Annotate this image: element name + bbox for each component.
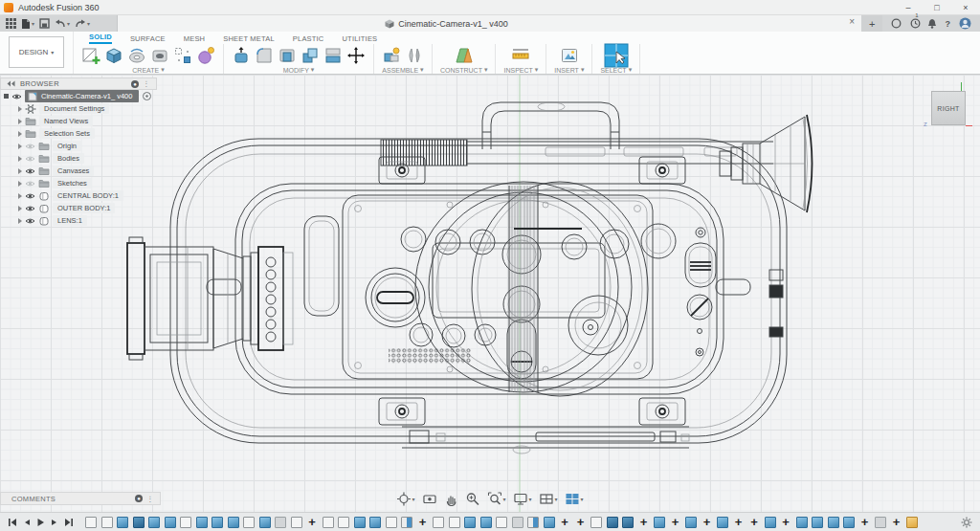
timeline-feature-move[interactable]: + (417, 517, 429, 528)
expand-caret-icon[interactable] (18, 131, 22, 137)
timeline-feature-sketch[interactable] (590, 517, 602, 528)
timeline-feature-sketch[interactable] (386, 517, 397, 528)
timeline-feature-sketch[interactable] (291, 517, 302, 528)
timeline-feature-sketch[interactable] (433, 517, 444, 528)
timeline-feature-feature-gold[interactable] (906, 517, 918, 528)
timeline-feature-sketch[interactable] (180, 517, 191, 528)
file-button[interactable]: ▾ (21, 18, 34, 30)
redo-button[interactable]: ▾ (75, 19, 90, 29)
job-status-button[interactable]: 1 (910, 18, 918, 29)
browser-item-document-settings[interactable]: Document Settings (0, 102, 157, 115)
ribbon-tab-plastic[interactable]: PLASTIC (293, 34, 324, 44)
timeline-feature-feature[interactable] (196, 517, 208, 528)
expand-caret-icon[interactable] (18, 144, 22, 149)
grid-layout-button[interactable]: ▾ (540, 493, 558, 505)
pan-button[interactable] (444, 493, 457, 506)
close-tab-icon[interactable]: × (849, 16, 855, 27)
timeline-feature-sketch[interactable] (85, 517, 97, 528)
document-tab[interactable]: Cinematic-Camera-v1_ v400 × (117, 15, 861, 32)
group-dropdown[interactable]: CONSTRUCT▾ (440, 66, 487, 74)
orbit-button[interactable]: ▾ (396, 492, 414, 506)
visibility-eye-icon[interactable] (11, 93, 22, 100)
browser-item-bodies[interactable]: Bodies (0, 152, 157, 165)
timeline-feature-feature[interactable] (259, 517, 271, 528)
user-avatar[interactable] (959, 17, 971, 30)
display-settings-button[interactable]: ▾ (513, 493, 531, 505)
browser-item-canvases[interactable]: Canvases (0, 165, 157, 177)
timeline-feature-feature[interactable] (685, 517, 697, 528)
timeline-feature-move[interactable]: + (575, 517, 587, 528)
timeline-feature-sketch[interactable] (323, 517, 334, 528)
ribbon-tab-surface[interactable]: SURFACE (130, 34, 166, 44)
visibility-eye-icon[interactable] (25, 205, 35, 212)
timeline-feature-feature[interactable] (228, 517, 239, 528)
timeline-feature-move[interactable]: + (670, 517, 681, 528)
visibility-eye-icon[interactable] (25, 180, 35, 188)
timeline-feature-feature[interactable] (480, 517, 492, 528)
timeline-feature-feature-gray[interactable] (512, 517, 523, 528)
pattern-button[interactable] (173, 46, 192, 65)
timeline-feature-move[interactable]: + (859, 517, 871, 528)
revolve-button[interactable] (127, 46, 146, 65)
expand-caret-icon[interactable] (18, 156, 22, 162)
timeline-feature-feature[interactable] (717, 517, 728, 528)
timeline-feature-move[interactable]: + (891, 517, 902, 528)
extrude-button[interactable] (104, 46, 123, 65)
browser-item-named-views[interactable]: Named Views (0, 115, 157, 127)
ribbon-tab-sheet-metal[interactable]: SHEET METAL (223, 34, 275, 44)
maximize-button[interactable]: □ (923, 0, 951, 14)
timeline-feature-feature[interactable] (544, 517, 555, 528)
timeline-feature-move[interactable]: + (748, 517, 760, 528)
play-button[interactable] (36, 518, 45, 527)
help-button[interactable]: ? (946, 19, 951, 29)
joint-button[interactable] (405, 46, 424, 65)
timeline-settings-gear-icon[interactable] (961, 517, 972, 528)
timeline-feature-feature[interactable] (148, 517, 160, 528)
press-pull-button[interactable] (232, 46, 251, 65)
timeline-feature-feature[interactable] (212, 517, 223, 528)
timeline-feature-move[interactable]: + (638, 517, 650, 528)
timeline-feature-pattern-pair[interactable] (401, 517, 412, 528)
expand-caret-icon[interactable] (18, 193, 22, 199)
expand-caret-icon[interactable] (18, 119, 22, 124)
browser-item-sketches[interactable]: Sketches (0, 177, 157, 189)
timeline-feature-feature[interactable] (165, 517, 176, 528)
save-button[interactable] (39, 18, 50, 29)
split-button[interactable] (323, 46, 343, 65)
extensions-icon[interactable] (891, 18, 902, 29)
expand-caret-icon[interactable] (4, 94, 9, 99)
timeline-feature-sketch[interactable] (496, 517, 507, 528)
new-tab-button[interactable]: + (861, 15, 882, 32)
notifications-bell-icon[interactable] (927, 18, 937, 29)
timeline-feature-feature-dark[interactable] (607, 517, 618, 528)
browser-root-item[interactable]: Cinematic-Camera-v1_ v400 (0, 90, 157, 102)
new-component-button[interactable] (382, 46, 401, 65)
expand-caret-icon[interactable] (18, 218, 22, 224)
select-cursor-button[interactable] (604, 43, 629, 68)
skip-end-button[interactable] (64, 518, 74, 527)
visibility-eye-icon[interactable] (25, 155, 35, 163)
comments-options-icon[interactable]: ● (135, 495, 143, 502)
timeline-feature-feature-gray[interactable] (275, 517, 286, 528)
browser-item-central-body-1[interactable]: CENTRAL BODY:1 (0, 189, 157, 202)
panel-grip-icon[interactable]: ⋮ (143, 79, 150, 88)
timeline-feature-pattern-pair[interactable] (527, 517, 539, 528)
browser-options-icon[interactable]: ● (131, 80, 139, 88)
timeline-feature-feature[interactable] (654, 517, 665, 528)
panel-grip-icon[interactable]: ⋮ (146, 495, 154, 503)
timeline-feature-feature-gray[interactable] (875, 517, 886, 528)
shell-button[interactable] (278, 46, 297, 65)
group-dropdown[interactable]: ASSEMBLE▾ (382, 66, 423, 74)
timeline-feature-feature-dark[interactable] (622, 517, 634, 528)
comments-bar[interactable]: COMMENTS ● ⋮ (0, 492, 161, 505)
viewports-button[interactable]: ▾ (566, 493, 584, 505)
workspace-selector[interactable]: DESIGN ▾ (9, 36, 64, 68)
ribbon-tab-solid[interactable]: SOLID (89, 33, 112, 44)
visibility-eye-icon[interactable] (25, 217, 35, 225)
visibility-eye-icon[interactable] (25, 167, 35, 175)
fit-button[interactable]: ▾ (487, 492, 505, 506)
browser-header[interactable]: BROWSER ● ⋮ (0, 77, 157, 90)
timeline-feature-feature[interactable] (828, 517, 839, 528)
browser-item-outer-body-1[interactable]: OUTER BODY:1 (0, 202, 157, 214)
timeline-feature-sketch[interactable] (449, 517, 460, 528)
